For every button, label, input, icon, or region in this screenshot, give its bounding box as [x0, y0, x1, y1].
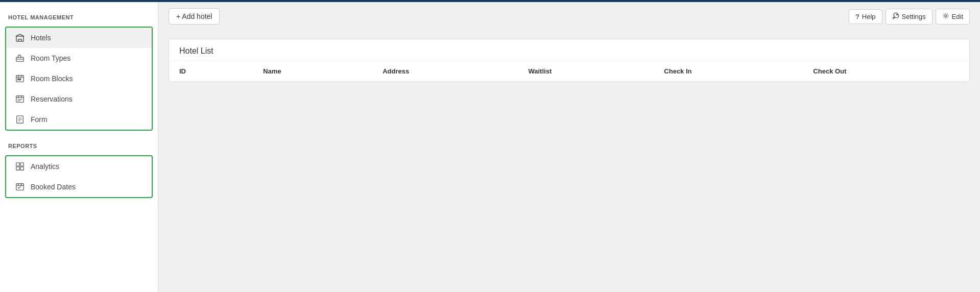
sidebar-label-room-blocks: Room Blocks	[31, 75, 73, 83]
help-icon: ?	[855, 13, 859, 20]
reports-group: Analytics Booked Dates	[5, 155, 153, 198]
col-checkout: Check Out	[803, 61, 969, 82]
sidebar-label-reservations: Reservations	[31, 95, 73, 103]
hotel-list-title: Hotel List	[169, 39, 969, 61]
sidebar-item-room-types[interactable]: Room Types	[6, 48, 152, 68]
svg-rect-4	[19, 79, 21, 80]
sidebar-label-booked-dates: Booked Dates	[31, 183, 76, 191]
hotel-list-table: ID Name Address Waitlist Check In Check …	[169, 61, 969, 82]
sidebar-label-form: Form	[31, 115, 47, 124]
form-icon	[14, 115, 26, 124]
col-name: Name	[253, 61, 372, 82]
hotels-icon	[14, 33, 26, 42]
reservations-icon	[14, 94, 26, 104]
sidebar-item-room-blocks[interactable]: Room Blocks	[6, 68, 152, 89]
main-layout: HOTEL MANAGEMENT Hotels	[0, 2, 980, 292]
management-section-title: HOTEL MANAGEMENT	[0, 10, 158, 23]
analytics-icon	[14, 162, 26, 171]
sidebar-item-form[interactable]: Form	[6, 109, 152, 130]
svg-rect-7	[16, 163, 19, 166]
sidebar-item-hotels[interactable]: Hotels	[6, 28, 152, 48]
management-group: Hotels Room Types	[5, 27, 153, 131]
edit-button[interactable]: Edit	[936, 9, 970, 25]
sidebar-label-analytics: Analytics	[31, 162, 59, 171]
add-hotel-button[interactable]: + Add hotel	[169, 8, 220, 25]
svg-rect-0	[16, 36, 23, 41]
svg-rect-5	[16, 96, 23, 103]
svg-rect-10	[20, 167, 23, 170]
sidebar-item-reservations[interactable]: Reservations	[6, 89, 152, 109]
help-button[interactable]: ? Help	[849, 9, 882, 24]
content-area: + Add hotel ? Help Settings	[158, 2, 980, 292]
col-waitlist: Waitlist	[518, 61, 654, 82]
sidebar-label-hotels: Hotels	[31, 34, 51, 42]
gear-icon	[942, 12, 949, 21]
settings-label: Settings	[902, 13, 926, 20]
settings-button[interactable]: Settings	[886, 9, 933, 25]
wrench-icon	[892, 12, 899, 21]
booked-dates-icon	[14, 182, 26, 191]
col-id: ID	[169, 61, 253, 82]
sidebar-item-analytics[interactable]: Analytics	[6, 156, 152, 177]
room-blocks-icon	[14, 74, 26, 83]
svg-point-12	[944, 14, 946, 16]
sidebar-label-room-types: Room Types	[31, 54, 70, 62]
sidebar: HOTEL MANAGEMENT Hotels	[0, 2, 158, 292]
content-main: Hotel List ID Name Address Waitlist Chec…	[158, 31, 980, 292]
help-label: Help	[862, 13, 876, 20]
hotel-list-card: Hotel List ID Name Address Waitlist Chec…	[169, 39, 970, 82]
reports-section-title: REPORTS	[0, 139, 158, 152]
toolbar-right: ? Help Settings	[849, 9, 970, 25]
header-toolbar: + Add hotel ? Help Settings	[158, 2, 980, 31]
room-types-icon	[14, 54, 26, 63]
table-header-row: ID Name Address Waitlist Check In Check …	[169, 61, 969, 82]
svg-rect-3	[18, 79, 19, 80]
reports-section: REPORTS Analytics	[0, 139, 158, 198]
col-address: Address	[372, 61, 518, 82]
edit-label: Edit	[952, 13, 963, 20]
svg-rect-9	[16, 167, 19, 170]
col-checkin: Check In	[654, 61, 803, 82]
svg-rect-8	[20, 163, 23, 166]
sidebar-item-booked-dates[interactable]: Booked Dates	[6, 177, 152, 197]
